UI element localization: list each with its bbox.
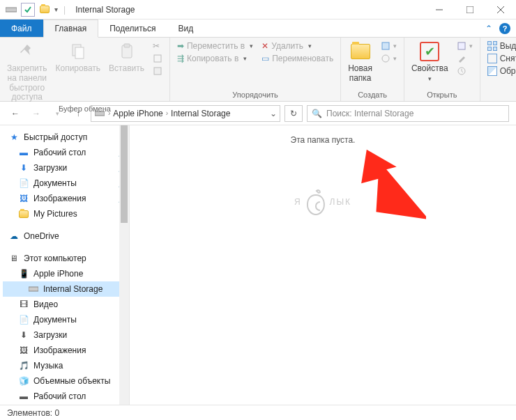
copy-icon [67, 40, 89, 63]
group-create-label: Создать [345, 90, 400, 100]
svg-rect-9 [154, 55, 161, 62]
phone-icon: 📱 [18, 268, 29, 279]
address-bar[interactable]: › Apple iPhone › Internal Storage ⌄ [91, 105, 280, 122]
collapse-ribbon-icon[interactable]: ⌃ [485, 24, 492, 33]
svg-rect-10 [154, 68, 161, 75]
up-button[interactable]: ↑ [70, 105, 86, 122]
crumb-internal[interactable]: Internal Storage [171, 109, 230, 118]
tree-downloads[interactable]: Загрузки [33, 163, 67, 173]
move-icon: ➡ [177, 41, 184, 51]
back-button[interactable]: ← [7, 105, 24, 122]
select-all-button[interactable]: Выделить все [485, 40, 516, 52]
tree-downloads2[interactable]: Загрузки [33, 330, 67, 340]
delete-button[interactable]: ✕Удалить [259, 40, 336, 52]
cut-button[interactable]: ✂ [150, 40, 165, 52]
cut-icon: ✂ [153, 41, 160, 51]
paste-icon [116, 40, 138, 63]
onedrive-icon: ☁ [8, 231, 20, 242]
tree-thispc[interactable]: Этот компьютер [24, 254, 86, 263]
paste-shortcut-button[interactable] [150, 65, 165, 77]
music-icon: 🎵 [18, 360, 29, 371]
objects-icon: 🧊 [18, 375, 29, 387]
pc-icon: 🖥 [8, 253, 20, 264]
select-none-icon [487, 54, 497, 63]
crumb-iphone[interactable]: Apple iPhone [113, 109, 162, 118]
drive-icon [94, 108, 105, 119]
pictures-icon: 🖼 [18, 193, 29, 204]
minimize-button[interactable] [424, 0, 455, 20]
copy-to-icon: ⇶ [177, 54, 184, 63]
history-button[interactable] [454, 65, 476, 77]
navbar: ← → ▾ ↑ › Apple iPhone › Internal Storag… [0, 102, 516, 125]
svg-point-12 [382, 55, 389, 62]
copy-to-button[interactable]: ⇶Копировать в [174, 53, 256, 64]
desktop-icon: ▬ [18, 147, 29, 158]
documents-icon: 📄 [18, 314, 29, 325]
svg-rect-13 [458, 42, 465, 49]
copy-path-button[interactable] [150, 53, 165, 64]
tab-file[interactable]: Файл [0, 20, 43, 37]
refresh-button[interactable]: ↻ [284, 105, 303, 122]
tree-documents[interactable]: Документы [33, 178, 77, 188]
new-folder-button[interactable]: Новая папка [345, 39, 375, 85]
tree-pictures2[interactable]: Изображения [33, 345, 86, 355]
recent-dropdown[interactable]: ▾ [49, 105, 66, 122]
tree-pictures[interactable]: Изображения [33, 194, 86, 203]
tab-home[interactable]: Главная [43, 20, 99, 38]
edit-button[interactable] [454, 53, 476, 64]
ribbon-tabs: Файл Главная Поделиться Вид ⌃ ? [0, 20, 516, 38]
tree-onedrive[interactable]: OneDrive [24, 231, 59, 241]
tree-video[interactable]: Видео [33, 300, 58, 309]
group-organize-label: Упорядочить [174, 90, 336, 100]
tree-desktop2[interactable]: Рабочий стол [33, 391, 86, 401]
forward-button[interactable]: → [28, 105, 45, 122]
qat-checkbox[interactable] [21, 3, 35, 17]
easy-access-button[interactable]: ▾ [378, 53, 400, 64]
address-dropdown[interactable]: ⌄ [270, 109, 277, 118]
svg-rect-15 [95, 111, 105, 116]
select-all-icon [487, 41, 497, 51]
search-placeholder: Поиск: Internal Storage [326, 109, 413, 118]
rename-icon: ▭ [261, 54, 269, 63]
paste-button[interactable]: Вставить [106, 39, 147, 75]
pin-quickaccess-button[interactable]: Закрепить на панели быстрого доступа [4, 39, 50, 104]
desktop-icon: ▬ [18, 391, 29, 402]
nav-tree: ★Быстрый доступ ▬Рабочий стол📌 ⬇Загрузки… [0, 125, 130, 405]
tree-music[interactable]: Музыка [33, 361, 63, 371]
ribbon: Закрепить на панели быстрого доступа Коп… [0, 38, 516, 102]
apple-icon [303, 188, 328, 216]
folder-icon [349, 40, 372, 63]
empty-folder-message: Эта папка пуста. [291, 135, 356, 145]
maximize-button[interactable] [455, 0, 485, 20]
documents-icon: 📄 [18, 178, 29, 189]
copy-button[interactable]: Копировать [52, 39, 103, 75]
qat-folder-icon [38, 3, 52, 17]
help-icon[interactable]: ? [499, 23, 510, 34]
properties-button[interactable]: ✔ Свойства ▾ [409, 39, 451, 84]
tree-internal[interactable]: Internal Storage [43, 284, 103, 294]
open-button[interactable]: ▾ [454, 40, 476, 52]
video-icon: 🎞 [18, 299, 29, 310]
move-to-button[interactable]: ➡Переместить в [174, 40, 256, 52]
drive-icon [28, 283, 39, 295]
select-none-button[interactable]: Снять выделение [485, 53, 516, 64]
tree-mypictures[interactable]: My Pictures [33, 209, 77, 219]
tree-quick-access[interactable]: Быстрый доступ [24, 132, 87, 142]
close-button[interactable] [485, 0, 516, 20]
tab-view[interactable]: Вид [167, 20, 204, 37]
rename-button[interactable]: ▭Переименовать [259, 53, 336, 64]
qat-overflow[interactable]: ▾ [54, 6, 58, 13]
tree-scrollbar[interactable] [119, 125, 129, 405]
svg-rect-11 [382, 42, 389, 49]
tree-documents2[interactable]: Документы [33, 315, 77, 325]
svg-rect-2 [466, 6, 473, 13]
tree-iphone[interactable]: Apple iPhone [33, 269, 83, 279]
search-box[interactable]: 🔍 Поиск: Internal Storage [307, 105, 509, 122]
check-icon: ✔ [418, 40, 441, 63]
tree-volumes[interactable]: Объемные объекты [33, 376, 110, 386]
tree-desktop[interactable]: Рабочий стол [33, 148, 86, 157]
new-item-button[interactable]: ▾ [378, 40, 400, 52]
invert-selection-button[interactable]: Обратить выделение [485, 65, 516, 77]
pin-icon [16, 40, 38, 63]
tab-share[interactable]: Поделиться [98, 20, 167, 37]
